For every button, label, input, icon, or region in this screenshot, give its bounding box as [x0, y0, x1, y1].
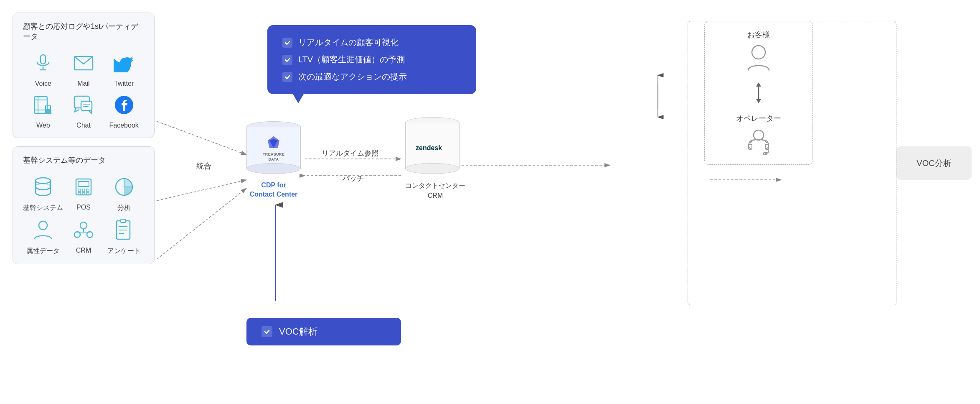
callout-item-3: 次の最適なアクションの提示 — [282, 71, 461, 82]
voice-icon — [30, 50, 56, 77]
zokusei-icon — [30, 217, 56, 243]
zd-cylinder-bottom — [405, 163, 460, 174]
svg-rect-34 — [78, 189, 81, 192]
mail-item: Mail — [63, 50, 104, 87]
system-grid: 基幹システム — [23, 174, 144, 256]
check-icon-2 — [282, 55, 292, 65]
svg-point-46 — [87, 232, 93, 238]
pos-item: POS — [63, 174, 104, 212]
bunseki-item: 分析 — [104, 174, 144, 212]
customer-label: お客様 — [747, 30, 770, 40]
svg-text:zendesk: zendesk — [416, 144, 442, 151]
chat-item: Chat — [63, 92, 104, 129]
svg-marker-62 — [756, 82, 761, 87]
customer-person-icon — [746, 43, 771, 72]
facebook-label: Facebook — [109, 122, 139, 129]
web-label: Web — [36, 122, 50, 129]
customer-data-panel: 顧客との応対ログや1stパーティデータ Voice — [13, 13, 155, 138]
twitter-icon — [111, 50, 137, 77]
core-system-panel: 基幹システム等のデータ 基幹システム — [13, 146, 155, 264]
svg-rect-35 — [82, 189, 85, 192]
svg-rect-33 — [78, 182, 89, 187]
contact-center-label: コンタクトセンターCRM — [405, 181, 465, 201]
kikan-icon — [30, 174, 56, 200]
voice-item: Voice — [23, 50, 63, 87]
svg-point-43 — [39, 221, 47, 230]
panel1-title: 顧客との応対ログや1stパーティデータ — [23, 21, 144, 41]
twitter-label: Twitter — [114, 80, 134, 87]
svg-point-45 — [74, 232, 80, 238]
voice-label: Voice — [35, 80, 51, 87]
svg-rect-36 — [86, 189, 89, 192]
channel-grid: Voice Mail — [23, 50, 144, 129]
crm-icon — [70, 217, 97, 243]
customer-operator-panel: お客様 オペレーター — [704, 21, 813, 165]
pos-label: POS — [76, 204, 91, 211]
zokusei-label: 属性データ — [26, 247, 60, 256]
svg-rect-24 — [46, 106, 51, 109]
anke-label: アンケート — [107, 247, 141, 256]
bidirectional-arrow — [754, 82, 763, 103]
zendesk-cylinder: zendesk コンタクトセンターCRM — [405, 117, 465, 201]
crm-item: CRM — [63, 217, 104, 256]
bunseki-label: 分析 — [117, 204, 131, 212]
facebook-icon — [111, 92, 137, 118]
twitter-item: Twitter — [104, 50, 144, 87]
zd-cylinder-body: zendesk — [405, 123, 460, 169]
integration-label: 統合 — [196, 161, 211, 171]
customer-section: お客様 — [746, 30, 771, 72]
svg-marker-64 — [756, 99, 761, 103]
treasure-data-cylinder: TREASUREDATA CDP forContact Center — [246, 121, 301, 199]
check-icon-1 — [282, 38, 292, 48]
svg-point-30 — [36, 178, 51, 184]
realtime-label: リアルタイム参照 — [322, 148, 378, 158]
svg-rect-23 — [45, 109, 51, 114]
operator-headset-icon — [745, 127, 772, 156]
operator-section: オペレーター — [736, 113, 781, 156]
crm-label: CRM — [76, 247, 91, 254]
operator-label: オペレーター — [736, 113, 781, 123]
kikan-item: 基幹システム — [23, 174, 63, 212]
svg-rect-15 — [41, 55, 46, 64]
facebook-item: Facebook — [104, 92, 144, 129]
panel2-title: 基幹システム等のデータ — [23, 155, 144, 165]
mail-icon — [70, 50, 97, 77]
web-icon — [30, 92, 56, 118]
svg-rect-53 — [121, 219, 126, 222]
bunseki-icon — [111, 174, 137, 200]
svg-rect-26 — [81, 101, 92, 110]
check-icon-3 — [282, 72, 292, 82]
mail-label: Mail — [77, 80, 89, 87]
callout-box: リアルタイムの顧客可視化 LTV（顧客生涯価値）の予測 次の最適なアクションの提… — [267, 25, 476, 94]
zokusei-item: 属性データ — [23, 217, 63, 256]
voc-kaiseki-box: VOC解析 — [246, 318, 401, 345]
voc-analysis-box: VOC分析 — [896, 146, 972, 180]
callout-item-2: LTV（顧客生涯価値）の予測 — [282, 54, 461, 65]
batch-label: バッチ — [343, 174, 364, 183]
svg-point-61 — [752, 46, 765, 59]
web-item: Web — [23, 92, 63, 129]
td-cylinder-body: TREASUREDATA — [246, 127, 301, 169]
voc-check-icon — [262, 326, 272, 337]
svg-point-65 — [754, 130, 764, 140]
svg-point-44 — [80, 222, 87, 229]
anke-item: アンケート — [104, 217, 144, 256]
anke-icon — [111, 217, 137, 243]
chat-label: Chat — [76, 122, 91, 129]
td-cylinder-bottom — [246, 163, 301, 174]
kikan-label: 基幹システム — [23, 204, 63, 212]
cdp-label: CDP forContact Center — [246, 181, 301, 199]
pos-icon — [70, 174, 97, 200]
left-panels: 顧客との応対ログや1stパーティデータ Voice — [13, 13, 155, 273]
chat-icon — [70, 92, 97, 118]
callout-item-1: リアルタイムの顧客可視化 — [282, 37, 461, 48]
